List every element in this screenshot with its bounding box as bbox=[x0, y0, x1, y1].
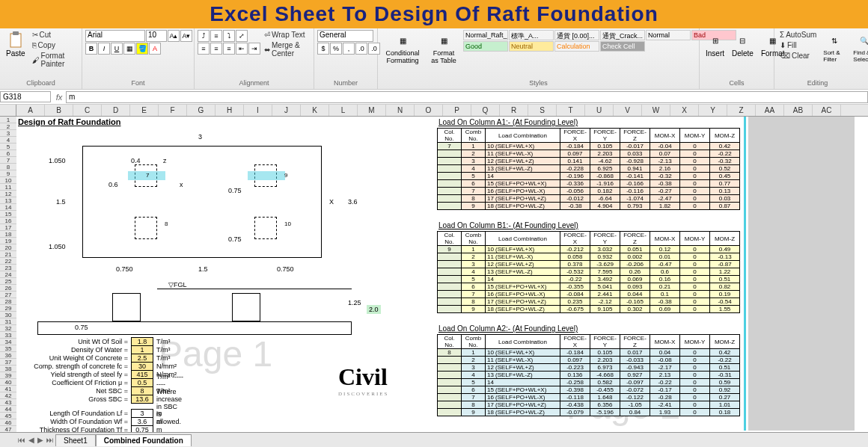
table-cell[interactable] bbox=[438, 401, 462, 409]
col-header-V[interactable]: V bbox=[614, 105, 642, 116]
table-cell[interactable]: 0.45 bbox=[710, 173, 740, 180]
align-center-icon[interactable]: ≡ bbox=[210, 43, 222, 55]
table-cell[interactable]: -0.54 bbox=[710, 298, 740, 306]
table-cell[interactable]: 0.058 bbox=[560, 253, 590, 261]
table-cell[interactable]: 0.87 bbox=[710, 203, 740, 210]
row-header-12[interactable]: 12 bbox=[0, 191, 16, 197]
row-header-23[interactable]: 23 bbox=[0, 265, 16, 271]
table-cell[interactable]: 7 bbox=[462, 188, 486, 195]
table-cell[interactable]: -0.31 bbox=[710, 372, 740, 379]
row-header-45[interactable]: 45 bbox=[0, 413, 16, 419]
table-cell[interactable]: -0.212 bbox=[560, 246, 590, 253]
table-cell[interactable]: 6 bbox=[462, 180, 486, 188]
table-cell[interactable]: 0.069 bbox=[620, 276, 650, 283]
row-header-14[interactable]: 14 bbox=[0, 204, 16, 211]
table-cell[interactable] bbox=[438, 261, 462, 268]
table-cell[interactable]: 0.093 bbox=[620, 283, 650, 291]
table-cell[interactable]: -0.258 bbox=[560, 379, 590, 386]
table-cell[interactable]: 0.01 bbox=[650, 253, 680, 261]
table-cell[interactable]: 0 bbox=[680, 203, 710, 210]
tab-nav-first[interactable]: ⏮ bbox=[16, 436, 27, 444]
align-middle-icon[interactable]: ≡ bbox=[210, 30, 222, 42]
table-cell[interactable]: 0.77 bbox=[710, 180, 740, 188]
table-cell[interactable]: 0.927 bbox=[620, 372, 650, 379]
table-cell[interactable]: -0.033 bbox=[620, 357, 650, 364]
currency-icon[interactable]: $ bbox=[317, 43, 329, 55]
row-header-10[interactable]: 10 bbox=[0, 177, 16, 184]
table-cell[interactable]: 7 bbox=[462, 291, 486, 298]
table-cell[interactable]: -0.17 bbox=[650, 386, 680, 394]
table-cell[interactable]: -0.079 bbox=[560, 409, 590, 416]
col-header-A[interactable]: A bbox=[16, 105, 45, 116]
table-cell[interactable]: -0.943 bbox=[620, 364, 650, 372]
table-cell[interactable]: 2 bbox=[462, 253, 486, 261]
table-cell[interactable]: 0.51 bbox=[710, 276, 740, 283]
tab-nav-next[interactable]: ▶ bbox=[36, 436, 45, 444]
table-cell[interactable]: 8 bbox=[438, 349, 462, 357]
table-cell[interactable]: 0 bbox=[680, 357, 710, 364]
table-cell[interactable]: 2.203 bbox=[590, 150, 620, 158]
table-cell[interactable]: -0.22 bbox=[560, 276, 590, 283]
row-header-39[interactable]: 39 bbox=[0, 372, 16, 379]
style-normal-raft[interactable]: Normal_Raft_F... bbox=[463, 30, 508, 40]
row-header-30[interactable]: 30 bbox=[0, 312, 16, 318]
table-cell[interactable]: 8 bbox=[462, 401, 486, 409]
table-cell[interactable]: 0 bbox=[680, 379, 710, 386]
table-cell[interactable]: -0.08 bbox=[650, 357, 680, 364]
col-header-O[interactable]: O bbox=[415, 105, 443, 116]
table-cell[interactable]: 0 bbox=[680, 165, 710, 173]
table-cell[interactable]: -0.206 bbox=[620, 261, 650, 268]
table-cell[interactable]: 0.378 bbox=[560, 261, 590, 268]
indent-dec-icon[interactable]: ⇤ bbox=[236, 43, 248, 55]
table-cell[interactable]: 0 bbox=[680, 372, 710, 379]
table-cell[interactable]: 0.13 bbox=[710, 188, 740, 195]
table-cell[interactable]: 6 bbox=[462, 283, 486, 291]
table-cell[interactable]: -6.64 bbox=[590, 195, 620, 203]
table-cell[interactable] bbox=[438, 195, 462, 203]
table-cell[interactable]: -0.438 bbox=[560, 401, 590, 409]
table-cell[interactable]: 0.932 bbox=[590, 253, 620, 261]
table-cell[interactable]: 0 bbox=[680, 283, 710, 291]
table-cell[interactable]: -0.87 bbox=[710, 261, 740, 268]
table-cell[interactable]: -0.22 bbox=[710, 150, 740, 158]
table-cell[interactable]: 16 (SELF+PO+WL-X) bbox=[486, 394, 560, 401]
inc-decimal-icon[interactable]: .0 bbox=[355, 43, 367, 55]
row-header-36[interactable]: 36 bbox=[0, 352, 16, 359]
table-cell[interactable]: 1.55 bbox=[710, 306, 740, 313]
table-cell[interactable]: -2.41 bbox=[650, 401, 680, 409]
align-left-icon[interactable]: ≡ bbox=[198, 43, 210, 55]
row-header-16[interactable]: 16 bbox=[0, 218, 16, 224]
decrease-font-icon[interactable]: A▾ bbox=[180, 30, 192, 42]
table-cell[interactable] bbox=[438, 386, 462, 394]
col-header-M[interactable]: M bbox=[358, 105, 386, 116]
col-header-Q[interactable]: Q bbox=[471, 105, 500, 116]
conditional-formatting-button[interactable]: ▦ Conditional Formatting bbox=[381, 30, 424, 66]
table-cell[interactable]: 1 bbox=[462, 349, 486, 357]
col-header-D[interactable]: D bbox=[102, 105, 130, 116]
table-cell[interactable] bbox=[438, 306, 462, 313]
col-header-W[interactable]: W bbox=[642, 105, 670, 116]
table-cell[interactable]: 1.82 bbox=[650, 203, 680, 210]
table-cell[interactable] bbox=[438, 372, 462, 379]
table-cell[interactable] bbox=[438, 283, 462, 291]
comma-icon[interactable]: , bbox=[343, 43, 355, 55]
sort-filter-button[interactable]: ⇅Sort & Filter bbox=[820, 30, 849, 64]
table-cell[interactable]: -1.074 bbox=[620, 195, 650, 203]
copy-button[interactable]: ⎘Copy bbox=[30, 40, 79, 50]
style-check-cell[interactable]: Check Cell bbox=[600, 41, 645, 52]
row-header-5[interactable]: 5 bbox=[0, 144, 16, 150]
row-header-13[interactable]: 13 bbox=[0, 197, 16, 204]
table-cell[interactable] bbox=[438, 364, 462, 372]
style-cjk3[interactable]: 通貨_Crack... bbox=[600, 30, 645, 40]
table-cell[interactable]: 0.1 bbox=[650, 291, 680, 298]
table-cell[interactable]: 0 bbox=[680, 276, 710, 283]
table-cell[interactable]: 0.105 bbox=[590, 349, 620, 357]
table-cell[interactable] bbox=[438, 158, 462, 165]
table-cell[interactable]: -0.22 bbox=[650, 379, 680, 386]
table-cell[interactable]: 0 bbox=[680, 246, 710, 253]
table-cell[interactable]: 13 (SELF+WL-Z) bbox=[486, 372, 560, 379]
table-cell[interactable]: 0 bbox=[680, 401, 710, 409]
tab-nav-prev[interactable]: ◀ bbox=[27, 436, 36, 444]
table-cell[interactable]: -0.38 bbox=[560, 203, 590, 210]
paste-button[interactable]: Paste bbox=[3, 30, 28, 59]
